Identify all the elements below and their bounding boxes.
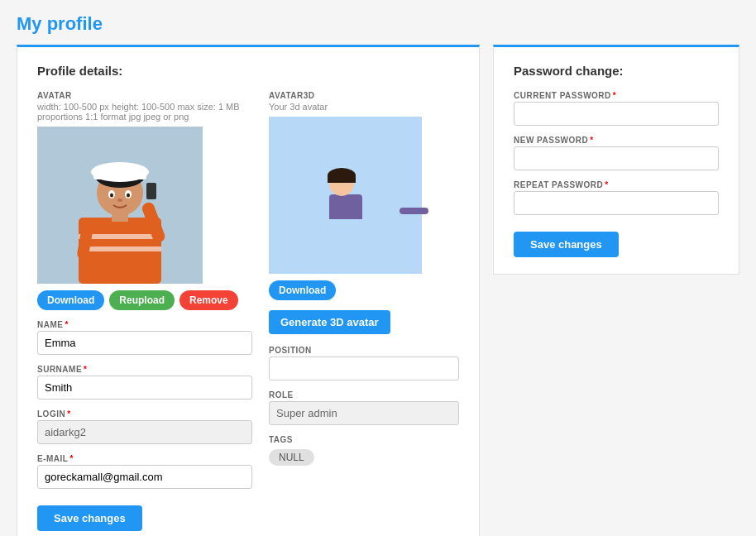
surname-label: SURNAME* <box>37 365 252 374</box>
avatar3d-figure <box>329 171 362 219</box>
position-input[interactable] <box>269 357 459 380</box>
reupload-avatar-button[interactable]: Reupload <box>109 290 175 310</box>
avatar3d-column: AVATAR3D Your 3d avatar <box>269 91 459 531</box>
download-avatar3d-button[interactable]: Download <box>269 280 336 300</box>
position-field: POSITION <box>269 346 459 380</box>
avatar-field: AVATAR width: 100-500 px height: 100-500… <box>37 91 252 310</box>
role-label: ROLE <box>269 390 459 400</box>
save-changes-button-left[interactable]: Save changes <box>37 505 142 531</box>
login-label: LOGIN* <box>37 409 252 419</box>
email-label: E-MAIL* <box>37 454 252 463</box>
email-input[interactable] <box>37 465 252 489</box>
profile-section-title: Profile details: <box>37 64 459 78</box>
avatar3d-container <box>269 117 422 274</box>
new-password-field: NEW PASSWORD* <box>514 136 719 170</box>
name-field: NAME* <box>37 320 252 355</box>
avatar-hint: width: 100-500 px height: 100-500 max si… <box>37 102 252 122</box>
avatar3d-arm-left <box>329 208 358 214</box>
tag-null-badge: NULL <box>269 449 314 466</box>
svg-rect-3 <box>79 246 161 251</box>
generate-3d-avatar-button[interactable]: Generate 3D avatar <box>269 310 390 334</box>
page-title: My profile <box>17 13 739 35</box>
avatar3d-arm-right <box>400 208 428 214</box>
profile-details-panel: Profile details: AVATAR width: 100-500 p… <box>17 45 480 536</box>
position-label: POSITION <box>269 346 459 355</box>
avatar3d-head <box>329 171 354 196</box>
email-field: E-MAIL* <box>37 454 252 489</box>
name-label: NAME* <box>37 320 252 329</box>
avatar3d-field: AVATAR3D Your 3d avatar <box>269 91 459 300</box>
repeat-password-field: REPEAT PASSWORD* <box>514 180 719 215</box>
login-input <box>37 420 252 444</box>
avatar-column: AVATAR width: 100-500 px height: 100-500… <box>37 91 252 531</box>
tags-label: TAGS <box>269 435 459 444</box>
current-password-label: CURRENT PASSWORD* <box>514 91 719 100</box>
password-section-title: Password change: <box>514 64 719 78</box>
avatar3d-hair <box>328 168 356 183</box>
surname-field: SURNAME* <box>37 365 252 400</box>
avatar-buttons: Download Reupload Remove <box>37 290 252 310</box>
new-password-input[interactable] <box>514 146 719 170</box>
avatar-label: AVATAR <box>37 91 252 100</box>
repeat-password-label: REPEAT PASSWORD* <box>514 180 719 189</box>
surname-input[interactable] <box>37 376 252 400</box>
avatar3d-label: AVATAR3D <box>269 91 459 100</box>
password-change-panel: Password change: CURRENT PASSWORD* NEW P… <box>493 45 739 275</box>
repeat-password-input[interactable] <box>514 191 719 215</box>
current-password-field: CURRENT PASSWORD* <box>514 91 719 126</box>
avatar3d-hint: Your 3d avatar <box>269 102 459 112</box>
new-password-label: NEW PASSWORD* <box>514 136 719 145</box>
role-field: ROLE <box>269 390 459 425</box>
name-input[interactable] <box>37 331 252 355</box>
avatar3d-arms <box>329 208 428 214</box>
svg-point-13 <box>117 199 122 202</box>
svg-point-11 <box>110 194 113 198</box>
svg-rect-8 <box>93 168 146 179</box>
remove-avatar-button[interactable]: Remove <box>179 290 238 310</box>
avatar-svg <box>37 127 203 284</box>
role-input <box>269 401 459 425</box>
avatar-image-container <box>37 127 203 284</box>
svg-rect-15 <box>146 183 156 199</box>
current-password-input[interactable] <box>514 102 719 126</box>
tags-field: TAGS NULL <box>269 435 459 466</box>
svg-point-12 <box>127 194 130 198</box>
save-changes-button-password[interactable]: Save changes <box>514 232 619 257</box>
avatar3d-body <box>329 194 362 219</box>
login-field: LOGIN* <box>37 409 252 444</box>
download-avatar-button[interactable]: Download <box>37 290 104 310</box>
avatar-image <box>37 127 203 284</box>
